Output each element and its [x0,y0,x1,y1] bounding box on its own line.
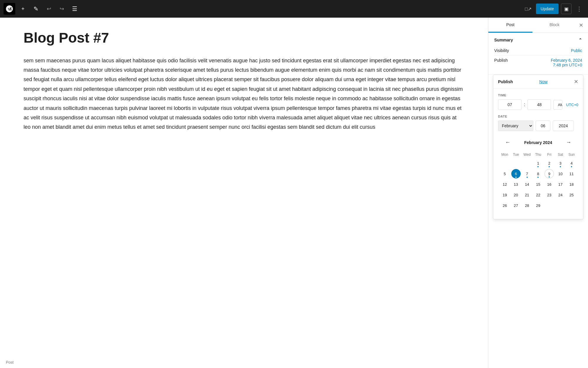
cal-day-8[interactable]: 8 [533,169,543,178]
cal-day-14[interactable]: 14 [522,180,532,189]
hour-input[interactable] [498,99,522,110]
utc-label[interactable]: UTC+0 [566,103,578,107]
dow-mon: Mon [499,151,510,158]
publish-date: February 6, 2024 [551,58,582,63]
publish-time: 7:48 pm UTC+0 [553,63,582,67]
cal-day-10[interactable]: 10 [556,169,565,178]
sidebar: Post Block ✕ Summary ⌃ Visibility Public… [488,18,588,368]
post-content[interactable]: sem sem maecenas purus quam lacus alique… [24,56,465,132]
tab-post[interactable]: Post [488,18,532,33]
dow-fri: Fri [544,151,555,158]
more-options-button[interactable]: ⋮ [574,4,584,14]
cal-day-25[interactable]: 25 [567,190,576,200]
redo-button[interactable]: ↪ [56,4,67,14]
sidebar-tabs: Post Block ✕ [488,18,588,33]
tab-block[interactable]: Block [532,18,577,33]
publish-row: Publish February 6, 2024 7:48 pm UTC+0 [494,56,582,70]
wordpress-logo[interactable] [4,3,15,15]
cal-day-9[interactable]: 9 [544,169,554,178]
cal-day-27[interactable]: 27 [511,201,521,210]
edit-button[interactable]: ✎ [31,4,41,14]
time-colon: : [524,102,525,107]
visibility-row: Visibility Public [494,46,582,56]
summary-collapse-icon: ⌃ [579,38,582,42]
month-select[interactable]: January February March April May June Ju… [498,121,533,131]
list-view-button[interactable]: ☰ [69,4,80,14]
dow-wed: Wed [522,151,533,158]
cal-day-23[interactable]: 23 [544,190,554,200]
publish-popup-header: Publish Now ✕ [493,75,583,89]
time-row: : AM PM UTC+0 [498,99,578,110]
main-toolbar: + ✎ ↩ ↪ ☰ □↗ Update ▣ ⋮ [0,0,588,18]
publish-value[interactable]: February 6, 2024 7:48 pm UTC+0 [551,58,582,67]
visibility-value[interactable]: Public [571,48,582,53]
calendar-grid: Mon Tue Wed Thu Fri Sat Sun 1 2 3 [499,151,577,211]
cal-day-18[interactable]: 18 [567,180,576,189]
cal-day-13[interactable]: 13 [511,180,521,189]
date-section: DATE January February March April May Ju… [498,115,578,131]
cal-day-28[interactable]: 28 [522,201,532,210]
sidebar-toggle-button[interactable]: ▣ [561,4,572,14]
visibility-label: Visibility [494,48,509,53]
publish-popup: Publish Now ✕ TIME : AM PM [493,75,583,219]
day-input[interactable] [536,121,550,131]
publish-popup-body: TIME : AM PM UTC+0 DATE [493,89,583,219]
cal-day-7[interactable]: 7 [522,169,532,178]
cal-day-24[interactable]: 24 [556,190,565,200]
cal-day-empty [522,158,532,168]
sidebar-close-button[interactable]: ✕ [577,20,586,31]
date-label: DATE [498,115,578,118]
cal-day-15[interactable]: 15 [533,180,543,189]
minute-input[interactable] [527,99,551,110]
undo-button[interactable]: ↩ [44,4,54,14]
cal-day-1[interactable]: 1 [533,158,543,168]
main-layout: Blog Post #7 sem sem maecenas purus quam… [0,18,588,368]
cal-day-4[interactable]: 4 [567,158,576,168]
time-section: TIME : AM PM UTC+0 [498,93,578,110]
cal-day-2[interactable]: 2 [544,158,554,168]
editor-area: Blog Post #7 sem sem maecenas purus quam… [0,18,488,368]
cal-day-20[interactable]: 20 [511,190,521,200]
cal-day-22[interactable]: 22 [533,190,543,200]
calendar-prev-button[interactable]: ← [503,138,513,147]
cal-day-empty [500,158,510,168]
summary-section: Summary ⌃ Visibility Public Publish Febr… [488,33,588,75]
cal-day-16[interactable]: 16 [544,180,554,189]
time-label: TIME [498,93,578,97]
publish-popup-title: Publish [498,79,513,84]
date-row: January February March April May June Ju… [498,121,578,131]
add-block-button[interactable]: + [18,4,28,14]
update-button[interactable]: Update [536,4,559,14]
cal-day-17[interactable]: 17 [556,180,565,189]
dow-tue: Tue [510,151,522,158]
dow-sat: Sat [555,151,566,158]
summary-header[interactable]: Summary ⌃ [494,38,582,42]
cal-day-6[interactable]: 6 [511,169,521,178]
cal-day-12[interactable]: 12 [500,180,510,189]
cal-day-21[interactable]: 21 [522,190,532,200]
publish-now-link[interactable]: Now [539,79,547,84]
cal-day-29[interactable]: 29 [533,201,543,210]
calendar-month-year: February 2024 [524,140,552,145]
calendar-next-button[interactable]: → [564,138,574,147]
cal-day-empty [567,201,576,210]
year-input[interactable] [553,121,574,131]
dow-thu: Thu [533,151,544,158]
cal-day-19[interactable]: 19 [500,190,510,200]
post-title[interactable]: Blog Post #7 [24,29,465,46]
publish-label: Publish [494,58,508,63]
preview-button[interactable]: □↗ [523,4,534,14]
cal-day-empty [511,158,521,168]
calendar: ← February 2024 → Mon Tue Wed Thu Fri Sa… [498,136,578,214]
dow-sun: Sun [566,151,577,158]
cal-day-5[interactable]: 5 [500,169,510,178]
publish-popup-close-button[interactable]: ✕ [574,78,578,85]
cal-day-26[interactable]: 26 [500,201,510,210]
cal-day-11[interactable]: 11 [567,169,576,178]
calendar-nav: ← February 2024 → [499,136,577,149]
cal-day-empty [544,201,554,210]
cal-day-empty [556,201,565,210]
cal-day-3[interactable]: 3 [556,158,565,168]
summary-title: Summary [494,38,513,42]
am-button[interactable]: AM [554,100,562,109]
